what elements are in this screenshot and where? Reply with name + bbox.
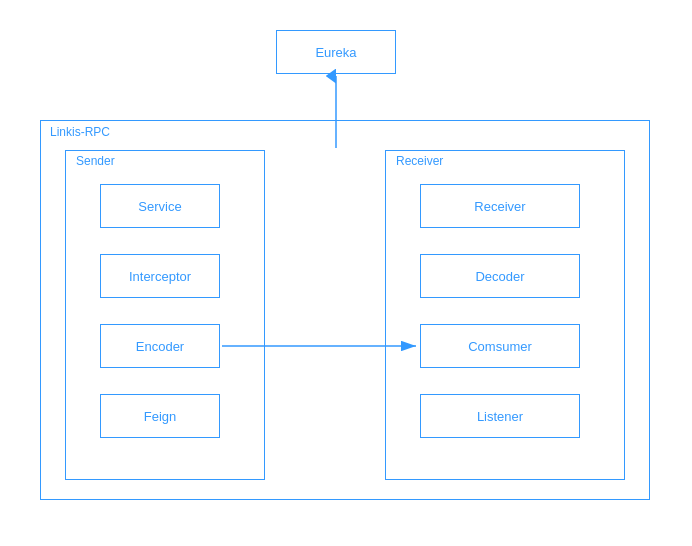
receiver-component-label: Receiver xyxy=(474,199,525,214)
sender-label: Sender xyxy=(76,154,115,168)
linkis-rpc-label: Linkis-RPC xyxy=(50,125,110,139)
service-label: Service xyxy=(138,199,181,214)
diagram-container: Eureka Linkis-RPC Sender Receiver Servic… xyxy=(0,0,692,546)
consumer-box: Comsumer xyxy=(420,324,580,368)
interceptor-box: Interceptor xyxy=(100,254,220,298)
eureka-label: Eureka xyxy=(315,45,356,60)
receiver-component-box: Receiver xyxy=(420,184,580,228)
listener-box: Listener xyxy=(420,394,580,438)
decoder-box: Decoder xyxy=(420,254,580,298)
service-box: Service xyxy=(100,184,220,228)
encoder-box: Encoder xyxy=(100,324,220,368)
receiver-outer-label: Receiver xyxy=(396,154,443,168)
feign-box: Feign xyxy=(100,394,220,438)
feign-label: Feign xyxy=(144,409,177,424)
eureka-box: Eureka xyxy=(276,30,396,74)
interceptor-label: Interceptor xyxy=(129,269,191,284)
decoder-label: Decoder xyxy=(475,269,524,284)
listener-label: Listener xyxy=(477,409,523,424)
encoder-label: Encoder xyxy=(136,339,184,354)
consumer-label: Comsumer xyxy=(468,339,532,354)
